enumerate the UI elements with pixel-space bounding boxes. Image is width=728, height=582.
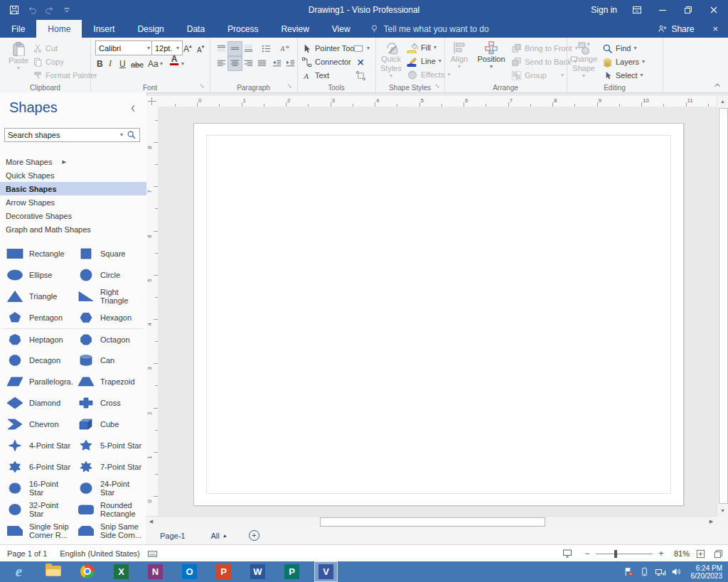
taskbar-item-outlook[interactable]: O	[178, 561, 201, 582]
tab-data[interactable]: Data	[176, 20, 216, 38]
taskbar-item-onenote[interactable]: N	[144, 561, 167, 582]
ribbon-display-options-icon[interactable]	[631, 4, 643, 16]
paste-button[interactable]: Paste ▾	[6, 41, 31, 71]
shape-item-4-point-star[interactable]: 4-Point Star	[1, 435, 73, 456]
taskbar-item-internet-explorer[interactable]: e	[7, 561, 31, 582]
horizontal-scroll-thumb[interactable]	[320, 517, 545, 527]
font-size-combo[interactable]: 12pt. ▾	[151, 41, 183, 55]
zoom-slider-thumb[interactable]	[614, 550, 617, 558]
vertical-scroll-thumb[interactable]	[719, 108, 728, 504]
bring-to-front-button[interactable]: Bring to Front ▾	[511, 42, 564, 55]
bullets-button[interactable]	[259, 41, 274, 56]
shape-item-5-point-star[interactable]: 5-Point Star	[73, 435, 144, 456]
shape-item-decagon[interactable]: Decagon	[1, 350, 73, 371]
scroll-left-icon[interactable]: ◀	[146, 517, 156, 526]
drawing-canvas[interactable]	[158, 107, 717, 516]
shape-item-heptagon[interactable]: Heptagon	[1, 328, 73, 350]
close-icon[interactable]	[708, 4, 719, 16]
strikethrough-button[interactable]: abc	[131, 56, 144, 69]
tab-home[interactable]: Home	[36, 20, 82, 38]
taskbar-item-file-explorer[interactable]	[41, 561, 65, 582]
align-left-button[interactable]	[214, 56, 229, 71]
action-center-flag-icon[interactable]	[623, 566, 634, 577]
shape-item-cross[interactable]: Cross	[73, 392, 144, 414]
shape-item-6-point-star[interactable]: 6-Point Star	[1, 456, 73, 478]
justify-button[interactable]	[255, 56, 269, 71]
change-case-button[interactable]: Aa	[148, 56, 159, 69]
pointer-tool-button[interactable]: Pointer Tool	[301, 42, 356, 55]
shape-item-rectangle[interactable]: Rectangle	[1, 243, 73, 264]
align-middle-button[interactable]	[228, 41, 242, 56]
font-color-button[interactable]: A	[170, 55, 178, 68]
align-bottom-button[interactable]	[241, 41, 256, 56]
case-caret-icon[interactable]: ▾	[160, 61, 163, 67]
underline-button[interactable]: U	[119, 56, 126, 69]
tab-process[interactable]: Process	[216, 20, 269, 38]
tell-me-box[interactable]: Tell me what you want to do	[369, 20, 489, 38]
quick-styles-button[interactable]: Quick Styles ▾	[378, 41, 404, 79]
page-indicator[interactable]: Page 1 of 1	[7, 549, 47, 558]
close-ribbon-icon[interactable]: ×	[712, 20, 718, 38]
send-to-back-button[interactable]: Send to Back ▾	[511, 55, 564, 68]
tab-insert[interactable]: Insert	[82, 20, 126, 38]
customize-qat-icon[interactable]	[62, 5, 72, 15]
shape-item-16-point-star[interactable]: 16-Point Star	[1, 478, 73, 499]
drawing-page[interactable]	[193, 123, 684, 506]
keyboard-icon[interactable]	[147, 549, 158, 559]
rectangle-tool-button[interactable]: ▾	[353, 42, 370, 55]
shape-item-single-snip-corner-r[interactable]: Single Snip Corner R...	[1, 520, 73, 541]
zoom-out-button[interactable]: −	[583, 549, 592, 559]
shape-item-circle[interactable]: Circle	[73, 264, 144, 286]
decrease-indent-button[interactable]	[269, 56, 284, 71]
all-pages-button[interactable]: All ▲	[210, 532, 227, 540]
shape-item-ellipse[interactable]: Ellipse	[1, 264, 73, 286]
shape-category-decorative-shapes[interactable]: Decorative Shapes	[0, 209, 146, 222]
shape-item-rounded-rectangle[interactable]: Rounded Rectangle	[73, 499, 144, 520]
scroll-up-icon[interactable]: ▲	[717, 96, 728, 107]
search-caret-icon[interactable]: ▾	[120, 132, 123, 138]
change-shape-button[interactable]: Change Shape ▾	[568, 41, 599, 79]
fill-button[interactable]: Fill ▾	[407, 41, 437, 54]
taskbar-item-powerpoint[interactable]: P	[212, 561, 235, 582]
zoom-slider[interactable]	[596, 554, 653, 554]
taskbar-item-visio[interactable]: V	[314, 561, 338, 582]
font-color-caret-icon[interactable]: ▾	[181, 61, 184, 67]
restore-icon[interactable]	[682, 4, 694, 16]
insert-page-button[interactable]: +	[249, 530, 259, 541]
layers-button[interactable]: Layers ▾	[602, 55, 645, 68]
select-button[interactable]: Select ▾	[602, 69, 643, 82]
paragraph-dialog-launcher-icon[interactable]	[287, 84, 294, 91]
shrink-font-button[interactable]: A▾	[197, 41, 204, 54]
shape-item-snip-same-side-corn[interactable]: Snip Same Side Corn...	[73, 520, 144, 541]
text-direction-button[interactable]: A	[277, 41, 292, 56]
vertical-scrollbar[interactable]: ▲ ▼	[717, 96, 728, 516]
position-button[interactable]: Position ▾	[474, 41, 508, 70]
redo-icon[interactable]	[44, 4, 55, 16]
freeform-tool-button[interactable]	[355, 69, 366, 82]
page-tab[interactable]: Page-1	[160, 532, 185, 540]
increase-indent-button[interactable]	[283, 56, 298, 71]
shape-item-octagon[interactable]: Octagon	[73, 328, 144, 350]
shape-item-trapezoid[interactable]: Trapezoid	[73, 371, 144, 392]
font-family-combo[interactable]: Calibri ▾	[95, 41, 154, 55]
shape-category-more-shapes[interactable]: More Shapes ▶	[0, 155, 146, 168]
shape-item-24-point-star[interactable]: 24-Point Star	[73, 478, 144, 499]
copy-button[interactable]: Copy	[33, 55, 64, 68]
save-icon[interactable]	[9, 4, 20, 16]
switch-windows-icon[interactable]	[713, 549, 724, 559]
share-button[interactable]: Share	[657, 20, 694, 38]
shape-item-square[interactable]: Square	[73, 243, 144, 264]
scroll-right-icon[interactable]: ▶	[706, 517, 717, 526]
taskbar-clock[interactable]: 6:24 PM 6/20/2023	[691, 564, 723, 580]
shape-item-parallelogra[interactable]: Parallelogra...	[1, 371, 73, 392]
presentation-mode-icon[interactable]	[562, 548, 573, 559]
taskbar-item-word[interactable]: W	[246, 561, 269, 582]
device-icon[interactable]	[639, 566, 650, 577]
tab-design[interactable]: Design	[126, 20, 175, 38]
connector-button[interactable]: Connector	[301, 55, 351, 68]
shape-category-arrow-shapes[interactable]: Arrow Shapes	[0, 195, 146, 209]
speaker-icon[interactable]	[671, 566, 682, 577]
font-dialog-launcher-icon[interactable]	[200, 84, 207, 91]
connection-point-button[interactable]	[355, 55, 366, 68]
collapse-panel-icon[interactable]	[129, 104, 138, 113]
